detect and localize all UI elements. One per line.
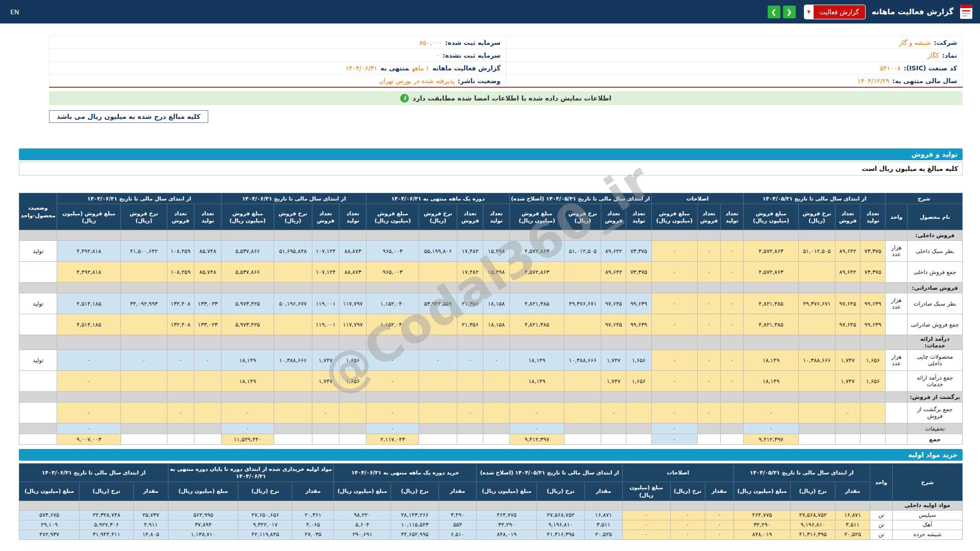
value-cell: ۰ [651,241,697,262]
value-cell: ۱۷,۴۸۲ [457,241,483,262]
column-header: نرخ (ریال) [238,482,292,500]
value-cell [80,500,134,510]
value-cell [626,423,651,434]
value-cell: ۲۷,۰۳۵ [292,530,334,539]
value-cell [274,314,312,335]
value-cell [312,434,339,445]
value-cell [274,392,312,403]
row-label-cell: بطر سبک داخلی [908,241,963,262]
value-cell [509,335,565,350]
status-cell [19,371,57,392]
info-pair-right: کد صنعت (ISIC):۵۴۱۰۰۸ [506,62,963,74]
value-cell: ۳,۵۱۱ [835,520,870,530]
value-cell [721,230,744,241]
column-header: وضعیت محصول-واحد [19,193,57,230]
value-cell: ۹,۴۱۲,۳۹۷ [744,434,799,445]
value-cell: ۱۶,۸۷۱ [584,510,622,520]
value-cell: ۴۱,۳۱۶,۳۹۵ [537,530,585,539]
column-header: مبلغ (میلیون ریال) [168,482,238,500]
value-cell: ۲۹۰,۶۹۱ [334,530,391,539]
value-cell [238,500,292,510]
value-cell [626,434,651,445]
value-cell [274,230,312,241]
previous-report-button[interactable]: ❮ [768,6,780,18]
language-toggle[interactable]: EN [7,7,22,17]
value-cell: ۵,۹۲۷,۳۰۶ [80,520,134,530]
column-header: واحد [870,464,892,500]
group-header: از ابتدای سال مالی تا تاریخ ۱۴۰۴/۰۵/۳۱ (… [477,464,623,482]
column-header: مبلغ (میلیون ریال) [622,482,670,500]
value-cell: ۹۷,۶۴۵ [601,293,626,314]
value-cell [721,434,744,445]
report-body: تولید و فروش کلیه مبالغ به میلیون ریال ا… [19,148,963,540]
value-cell: ۱۰,۱۱۵,۵۲۳ [391,520,439,530]
value-cell [733,500,791,510]
value-cell: ۰ [697,314,720,335]
value-cell: ۳۱,۹۴۴,۴۱۱ [80,530,134,539]
value-cell [366,230,419,241]
value-cell: ۳۷,۸۹۴ [168,520,238,530]
column-header: تعداد تولید [339,204,366,230]
value-cell [334,500,391,510]
status-cell: تولید [19,241,57,262]
group-header: از ابتدای سال مالی تا تاریخ ۱۴۰۴/۰۵/۳۱ [733,464,870,482]
column-header: مبلغ (میلیون ریال) [733,482,791,500]
value-cell: ۱۶,۸۷۱ [835,510,870,520]
value-cell: ۰ [366,403,419,423]
status-cell: تولید [19,350,57,371]
value-cell: ۰ [721,371,744,392]
value-cell: ۴۱,۵۰۰,۶۴۲ [121,241,167,262]
column-header: نرخ (ریال) [80,482,134,500]
value-cell: ۱,۷۴۷ [601,350,626,371]
value-cell: ۵۳,۹۴۴,۵۵۹ [419,293,457,314]
value-cell [622,500,670,510]
value-cell [860,403,885,423]
info-pair-right: نماد:کگاز [506,49,963,62]
info-label: کد صنعت (ISIC): [903,64,957,72]
value-cell: ۲۱,۳۵۶ [457,314,483,335]
value-cell [721,283,744,293]
value-cell [601,230,626,241]
value-cell [366,335,419,350]
monthly-report-icon [960,4,973,19]
value-cell [601,335,626,350]
table-row: شیشه خردهتن۲۰,۵۲۵۴۱,۳۱۶,۳۹۵۸۴۸,۰۱۹۰۰۰۲۰,… [19,530,963,539]
value-cell: ۲۷,۵۶۸,۷۵۲ [791,510,835,520]
group-header: از ابتدای سال مالی تا تاریخ ۱۴۰۳/۰۶/۳۱ [19,464,168,482]
unit-cell [870,500,892,510]
value-cell [222,335,274,350]
table-row: بطر سبک داخلیهزار عدد۷۳,۳۷۵۸۹,۶۴۲۵۱,۰۱۲,… [19,241,963,262]
value-cell [121,283,167,293]
value-cell: ۱,۱۵۲,۰۴۰ [366,314,419,335]
value-cell [19,500,80,510]
value-cell: ۰ [697,241,720,262]
value-cell [121,230,167,241]
info-pair-right: شرکت:شیشه و گاز [506,36,963,49]
column-header: نرخ (ریال) [537,482,585,500]
value-cell: ۲,۱۱۷,۰۴۳ [366,434,419,445]
value-cell [339,392,366,403]
row-label-cell: جمع برگشت از فروش [908,403,963,423]
next-report-button[interactable]: ❯ [783,6,796,18]
info-pair-left: سرمایه ثبت نشده:۰ [50,49,506,62]
value-cell: ۸۹,۶۴۲ [835,241,860,262]
row-label-cell: درآمد ارائه خدمات: [908,335,963,350]
value-cell: ۰ [670,510,705,520]
value-cell: ۹,۱۹۶,۸۱۰ [791,520,835,530]
info-value: کگاز [927,52,939,59]
info-value: ۰ [436,52,439,59]
value-cell: ۵۵,۱۹۹,۸۰۶ [419,241,457,262]
value-cell: ۰ [651,350,697,371]
info-pair-left: سرمایه ثبت شده:۸۵۰,۰۰۰ [50,36,506,49]
value-cell: ۲۰,۵۲۵ [584,530,622,539]
value-cell: ۰ [222,423,274,434]
value-cell: ۵۱,۰۱۲,۵۰۵ [565,241,601,262]
row-label-cell: برگشت از فروش: [908,392,963,403]
report-type-button[interactable]: گزارش فعالیت ▼ [804,5,866,19]
column-header: مبلغ فروش (میلیون ریال) [744,204,799,230]
value-cell [565,434,601,445]
value-cell [167,335,194,350]
value-cell [860,230,885,241]
value-cell: ۰ [721,262,744,283]
row-label-cell: مواد اولیه داخلی [892,500,962,510]
